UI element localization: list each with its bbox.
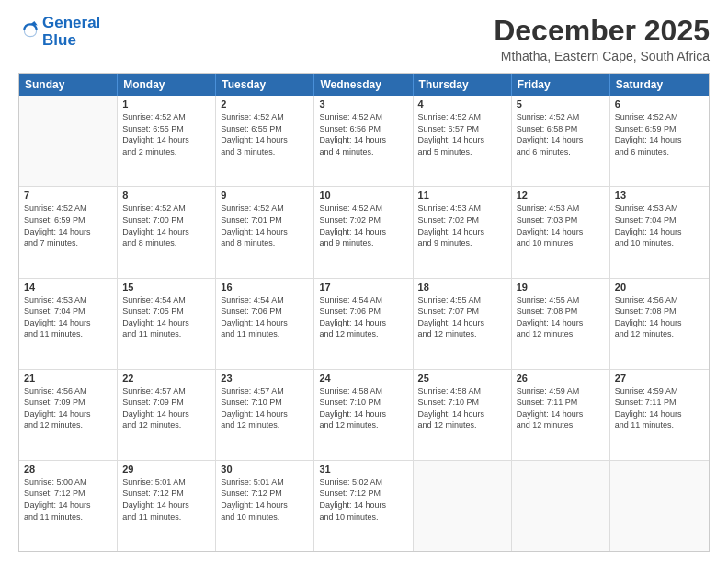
header-day-wednesday: Wednesday	[314, 74, 413, 96]
calendar-cell: 29Sunrise: 5:01 AM Sunset: 7:12 PM Dayli…	[118, 461, 216, 551]
calendar-cell: 21Sunrise: 4:56 AM Sunset: 7:09 PM Dayli…	[19, 370, 118, 460]
day-info: Sunrise: 4:59 AM Sunset: 7:11 PM Dayligh…	[517, 385, 605, 431]
day-number: 6	[615, 98, 704, 109]
day-number: 25	[418, 373, 506, 384]
logo-text-line2: Blue	[42, 32, 100, 50]
day-info: Sunrise: 4:59 AM Sunset: 7:11 PM Dayligh…	[615, 385, 704, 431]
calendar-week-5: 28Sunrise: 5:00 AM Sunset: 7:12 PM Dayli…	[19, 461, 709, 551]
calendar-cell: 5Sunrise: 4:52 AM Sunset: 6:58 PM Daylig…	[512, 96, 610, 186]
calendar-body: 1Sunrise: 4:52 AM Sunset: 6:55 PM Daylig…	[19, 96, 709, 551]
calendar-cell: 30Sunrise: 5:01 AM Sunset: 7:12 PM Dayli…	[216, 461, 314, 551]
day-info: Sunrise: 4:57 AM Sunset: 7:09 PM Dayligh…	[122, 385, 210, 431]
main-title: December 2025	[494, 15, 710, 47]
header-day-thursday: Thursday	[414, 74, 512, 96]
day-number: 4	[418, 98, 506, 109]
subtitle: Mthatha, Eastern Cape, South Africa	[494, 49, 710, 63]
logo-icon	[20, 20, 40, 40]
calendar-week-2: 7Sunrise: 4:52 AM Sunset: 6:59 PM Daylig…	[19, 187, 709, 278]
day-number: 17	[319, 282, 407, 293]
calendar-week-3: 14Sunrise: 4:53 AM Sunset: 7:04 PM Dayli…	[19, 279, 709, 370]
calendar: SundayMondayTuesdayWednesdayThursdayFrid…	[18, 73, 710, 552]
day-info: Sunrise: 4:52 AM Sunset: 6:59 PM Dayligh…	[615, 111, 704, 157]
day-number: 20	[615, 282, 704, 293]
day-info: Sunrise: 4:52 AM Sunset: 6:59 PM Dayligh…	[24, 202, 112, 248]
day-info: Sunrise: 4:55 AM Sunset: 7:08 PM Dayligh…	[517, 294, 605, 340]
logo-text-line1: General	[42, 15, 100, 32]
calendar-week-4: 21Sunrise: 4:56 AM Sunset: 7:09 PM Dayli…	[19, 370, 709, 461]
day-number: 19	[517, 282, 605, 293]
calendar-cell	[512, 461, 610, 551]
calendar-cell	[19, 96, 118, 186]
day-number: 26	[517, 373, 605, 384]
day-number: 21	[24, 373, 112, 384]
calendar-cell: 27Sunrise: 4:59 AM Sunset: 7:11 PM Dayli…	[610, 370, 709, 460]
day-info: Sunrise: 4:52 AM Sunset: 6:55 PM Dayligh…	[122, 111, 210, 157]
day-info: Sunrise: 4:52 AM Sunset: 7:01 PM Dayligh…	[221, 202, 309, 248]
day-number: 7	[24, 190, 112, 201]
calendar-cell: 24Sunrise: 4:58 AM Sunset: 7:10 PM Dayli…	[314, 370, 413, 460]
day-info: Sunrise: 4:58 AM Sunset: 7:10 PM Dayligh…	[319, 385, 407, 431]
day-info: Sunrise: 4:58 AM Sunset: 7:10 PM Dayligh…	[418, 385, 506, 431]
logo: General Blue	[18, 15, 100, 49]
day-number: 14	[24, 282, 112, 293]
day-info: Sunrise: 4:52 AM Sunset: 6:55 PM Dayligh…	[221, 111, 309, 157]
calendar-cell: 2Sunrise: 4:52 AM Sunset: 6:55 PM Daylig…	[216, 96, 314, 186]
calendar-cell: 28Sunrise: 5:00 AM Sunset: 7:12 PM Dayli…	[19, 461, 118, 551]
calendar-cell: 1Sunrise: 4:52 AM Sunset: 6:55 PM Daylig…	[118, 96, 216, 186]
day-number: 29	[122, 464, 210, 475]
day-number: 24	[319, 373, 407, 384]
day-info: Sunrise: 4:52 AM Sunset: 7:02 PM Dayligh…	[319, 202, 407, 248]
day-number: 3	[319, 98, 407, 109]
calendar-cell: 7Sunrise: 4:52 AM Sunset: 6:59 PM Daylig…	[19, 187, 118, 277]
day-info: Sunrise: 4:53 AM Sunset: 7:02 PM Dayligh…	[418, 202, 506, 248]
day-number: 31	[319, 464, 407, 475]
calendar-cell: 14Sunrise: 4:53 AM Sunset: 7:04 PM Dayli…	[19, 279, 118, 369]
day-number: 5	[517, 98, 605, 109]
calendar-cell: 11Sunrise: 4:53 AM Sunset: 7:02 PM Dayli…	[414, 187, 512, 277]
day-number: 16	[221, 282, 309, 293]
day-info: Sunrise: 4:54 AM Sunset: 7:06 PM Dayligh…	[221, 294, 309, 340]
header-day-friday: Friday	[512, 74, 610, 96]
calendar-week-1: 1Sunrise: 4:52 AM Sunset: 6:55 PM Daylig…	[19, 96, 709, 187]
calendar-cell: 19Sunrise: 4:55 AM Sunset: 7:08 PM Dayli…	[512, 279, 610, 369]
day-info: Sunrise: 4:53 AM Sunset: 7:04 PM Dayligh…	[24, 294, 112, 340]
day-number: 12	[517, 190, 605, 201]
calendar-cell: 31Sunrise: 5:02 AM Sunset: 7:12 PM Dayli…	[314, 461, 413, 551]
day-info: Sunrise: 4:56 AM Sunset: 7:09 PM Dayligh…	[24, 385, 112, 431]
day-info: Sunrise: 4:52 AM Sunset: 6:58 PM Dayligh…	[517, 111, 605, 157]
day-number: 18	[418, 282, 506, 293]
day-number: 30	[221, 464, 309, 475]
calendar-header: SundayMondayTuesdayWednesdayThursdayFrid…	[19, 74, 709, 96]
day-number: 2	[221, 98, 309, 109]
day-info: Sunrise: 4:55 AM Sunset: 7:07 PM Dayligh…	[418, 294, 506, 340]
day-info: Sunrise: 4:56 AM Sunset: 7:08 PM Dayligh…	[615, 294, 704, 340]
calendar-cell: 13Sunrise: 4:53 AM Sunset: 7:04 PM Dayli…	[610, 187, 709, 277]
calendar-cell: 10Sunrise: 4:52 AM Sunset: 7:02 PM Dayli…	[314, 187, 413, 277]
day-info: Sunrise: 4:52 AM Sunset: 6:57 PM Dayligh…	[418, 111, 506, 157]
day-number: 9	[221, 190, 309, 201]
calendar-cell: 23Sunrise: 4:57 AM Sunset: 7:10 PM Dayli…	[216, 370, 314, 460]
title-block: December 2025 Mthatha, Eastern Cape, Sou…	[494, 15, 710, 63]
day-info: Sunrise: 5:01 AM Sunset: 7:12 PM Dayligh…	[221, 477, 309, 523]
header-day-tuesday: Tuesday	[216, 74, 314, 96]
calendar-cell: 12Sunrise: 4:53 AM Sunset: 7:03 PM Dayli…	[512, 187, 610, 277]
header: General Blue December 2025 Mthatha, East…	[18, 15, 710, 63]
day-number: 1	[122, 98, 210, 109]
calendar-cell: 25Sunrise: 4:58 AM Sunset: 7:10 PM Dayli…	[414, 370, 512, 460]
calendar-cell: 8Sunrise: 4:52 AM Sunset: 7:00 PM Daylig…	[118, 187, 216, 277]
day-number: 22	[122, 373, 210, 384]
day-number: 27	[615, 373, 704, 384]
calendar-cell	[610, 461, 709, 551]
day-info: Sunrise: 5:00 AM Sunset: 7:12 PM Dayligh…	[24, 477, 112, 523]
day-number: 15	[122, 282, 210, 293]
page: General Blue December 2025 Mthatha, East…	[0, 0, 728, 563]
day-info: Sunrise: 4:53 AM Sunset: 7:04 PM Dayligh…	[615, 202, 704, 248]
calendar-cell: 22Sunrise: 4:57 AM Sunset: 7:09 PM Dayli…	[118, 370, 216, 460]
calendar-cell: 6Sunrise: 4:52 AM Sunset: 6:59 PM Daylig…	[610, 96, 709, 186]
calendar-cell: 26Sunrise: 4:59 AM Sunset: 7:11 PM Dayli…	[512, 370, 610, 460]
calendar-cell: 16Sunrise: 4:54 AM Sunset: 7:06 PM Dayli…	[216, 279, 314, 369]
day-info: Sunrise: 4:54 AM Sunset: 7:06 PM Dayligh…	[319, 294, 407, 340]
day-info: Sunrise: 4:57 AM Sunset: 7:10 PM Dayligh…	[221, 385, 309, 431]
calendar-cell: 18Sunrise: 4:55 AM Sunset: 7:07 PM Dayli…	[414, 279, 512, 369]
day-number: 28	[24, 464, 112, 475]
